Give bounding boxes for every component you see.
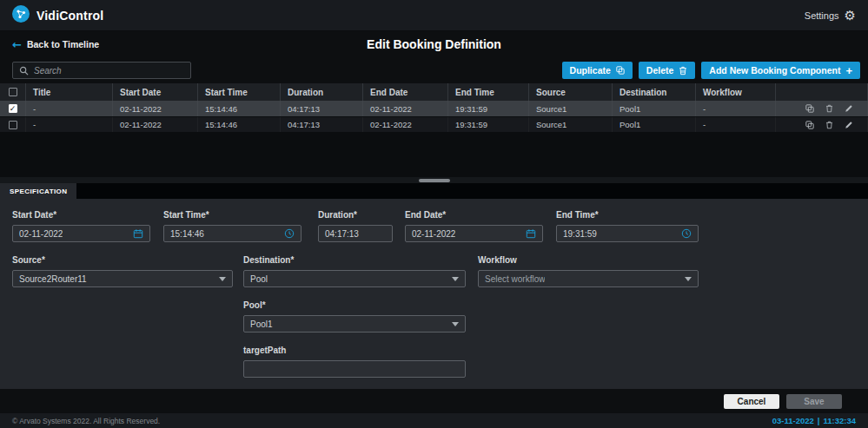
cancel-button[interactable]: Cancel [724, 394, 779, 409]
footer: © Arvato Systems 2022. All Rights Reserv… [0, 413, 868, 428]
end-date-label: End Date* [405, 210, 543, 220]
source-value: Source2Router11 [19, 274, 87, 284]
cell-start-date: 02-11-2022 [113, 101, 198, 116]
row-checkbox[interactable]: ✓ [9, 104, 17, 113]
table-header-row: Title Start Date Start Time Duration End… [0, 83, 868, 101]
search-input[interactable] [34, 66, 184, 76]
row-delete-button[interactable] [825, 121, 833, 129]
row-edit-button[interactable] [845, 104, 853, 113]
destination-label: Destination* [243, 255, 466, 265]
cell-end-time: 19:31:59 [448, 117, 529, 132]
start-time-label: Start Time* [163, 210, 301, 220]
chevron-down-icon [219, 277, 226, 281]
trash-icon [825, 121, 833, 129]
clock-icon[interactable] [284, 228, 295, 239]
target-path-input[interactable] [250, 365, 459, 374]
table-row[interactable]: - 02-11-2022 15:14:46 04:17:13 02-11-202… [0, 116, 868, 132]
tab-specification[interactable]: SPECIFICATION [0, 183, 76, 199]
pencil-icon [845, 121, 853, 129]
end-date-field[interactable]: 02-11-2022 [405, 225, 543, 242]
cell-workflow: - [696, 101, 776, 116]
start-date-label: Start Date* [12, 210, 150, 220]
pool-value: Pool1 [250, 319, 273, 329]
row-copy-button[interactable] [805, 121, 814, 129]
back-to-timeline-link[interactable]: ← Back to Timeline [12, 38, 99, 51]
cell-start-time: 15:14:46 [198, 101, 281, 116]
start-time-field[interactable]: 15:14:46 [163, 225, 301, 242]
calendar-icon[interactable] [526, 228, 536, 239]
cell-source: Source1 [529, 117, 613, 132]
back-label: Back to Timeline [27, 39, 99, 49]
page-title: Edit Booking Definition [0, 37, 868, 51]
start-date-field[interactable]: 02-11-2022 [12, 225, 150, 242]
destination-dropdown[interactable]: Pool [243, 270, 466, 287]
check-icon: ✓ [10, 105, 17, 113]
vidicontrol-logo-icon [12, 5, 30, 26]
calendar-icon[interactable] [133, 228, 143, 239]
specification-panel: Start Date* 02-11-2022 Start Time* 15:14… [0, 199, 868, 389]
column-header-source: Source [529, 83, 613, 101]
panel-splitter[interactable] [0, 177, 868, 183]
cell-end-time: 19:31:59 [448, 101, 529, 116]
row-delete-button[interactable] [825, 104, 833, 113]
cell-duration: 04:17:13 [281, 101, 363, 116]
end-time-value: 19:31:59 [563, 229, 597, 239]
row-edit-button[interactable] [845, 121, 853, 129]
duration-value: 04:17:13 [325, 229, 359, 239]
settings-button[interactable]: Settings ⚙ [805, 8, 856, 23]
column-header-start-date: Start Date [113, 83, 198, 101]
copy-icon [616, 66, 625, 75]
add-new-booking-component-button[interactable]: Add New Booking Component + [701, 62, 860, 79]
source-dropdown[interactable]: Source2Router11 [12, 270, 233, 287]
column-header-destination: Destination [613, 83, 696, 101]
pencil-icon [845, 104, 853, 113]
search-box [12, 62, 191, 79]
form-row-target-path: targetPath [12, 346, 868, 378]
row-checkbox[interactable] [9, 121, 17, 129]
sub-header: Edit Booking Definition ← Back to Timeli… [0, 31, 868, 57]
select-all-checkbox[interactable] [9, 88, 17, 96]
workflow-placeholder: Select workflow [485, 274, 545, 284]
target-path-field[interactable] [243, 360, 466, 378]
cell-destination: Pool1 [613, 117, 696, 132]
chevron-down-icon [452, 322, 459, 326]
cell-end-date: 02-11-2022 [363, 117, 448, 132]
delete-button[interactable]: Delete [639, 62, 696, 79]
row-copy-button[interactable] [805, 104, 814, 113]
copy-icon [805, 104, 814, 113]
end-time-field[interactable]: 19:31:59 [556, 225, 699, 242]
duplicate-label: Duplicate [570, 65, 611, 76]
datetime-display: 03-11-2022 | 11:32:34 [772, 416, 856, 425]
column-header-workflow: Workflow [696, 83, 776, 101]
search-icon [19, 66, 29, 76]
cell-destination: Pool1 [613, 101, 696, 116]
row-actions [776, 101, 868, 116]
start-time-value: 15:14:46 [170, 229, 204, 239]
start-date-value: 02-11-2022 [19, 229, 63, 239]
plus-icon: + [845, 65, 852, 76]
workflow-label: Workflow [478, 255, 699, 265]
gear-icon: ⚙ [845, 8, 856, 23]
duration-field[interactable]: 04:17:13 [318, 225, 393, 242]
duplicate-button[interactable]: Duplicate [562, 62, 633, 79]
save-button[interactable]: Save [786, 394, 842, 409]
toolbar-buttons: Duplicate Delete Add New Booking Compone… [562, 62, 860, 79]
clock-icon[interactable] [681, 228, 692, 239]
column-header-end-date: End Date [363, 83, 448, 101]
end-date-value: 02-11-2022 [412, 229, 455, 239]
copyright-text: © Arvato Systems 2022. All Rights Reserv… [12, 417, 160, 425]
delete-label: Delete [646, 65, 674, 76]
chevron-down-icon [685, 277, 692, 281]
form-row-routing: Source* Source2Router11 Destination* Poo… [12, 255, 868, 287]
end-time-label: End Time* [556, 210, 699, 220]
duration-label: Duration* [318, 210, 393, 220]
pool-dropdown[interactable]: Pool1 [243, 315, 466, 333]
toolbar: Duplicate Delete Add New Booking Compone… [0, 57, 868, 83]
workflow-dropdown[interactable]: Select workflow [478, 270, 699, 287]
settings-label: Settings [805, 10, 839, 21]
brand: VidiControl [12, 5, 103, 26]
cell-title: - [26, 117, 113, 132]
table-row[interactable]: ✓ - 02-11-2022 15:14:46 04:17:13 02-11-2… [0, 101, 868, 116]
target-path-label: targetPath [243, 346, 466, 355]
splitter-handle-icon [419, 179, 450, 182]
